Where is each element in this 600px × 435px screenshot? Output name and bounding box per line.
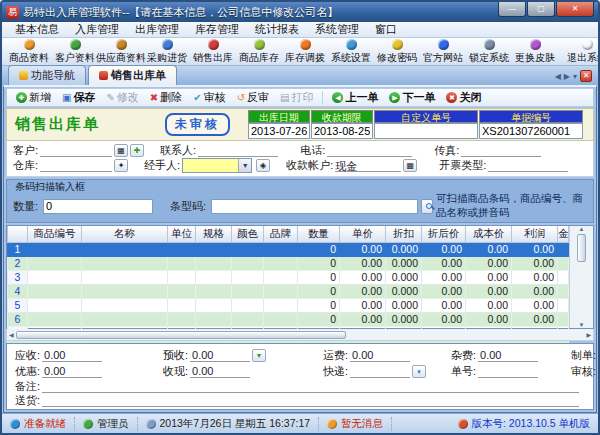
- outbound-date-input[interactable]: [248, 123, 310, 139]
- grid-cell[interactable]: [168, 242, 196, 256]
- menu-reports[interactable]: 统计报表: [248, 21, 306, 38]
- toolbar-supplier-data[interactable]: 供应商资料: [98, 38, 144, 65]
- row-number[interactable]: 2: [8, 256, 28, 270]
- toolbar-product-data[interactable]: 商品资料: [6, 38, 52, 65]
- quantity-input[interactable]: [43, 199, 153, 214]
- col-spec[interactable]: 规格: [196, 226, 232, 242]
- toolbar-system-settings[interactable]: 系统设置: [328, 38, 374, 65]
- grid-cell[interactable]: 0: [298, 270, 340, 284]
- tab-function-nav[interactable]: 功能导航: [8, 65, 86, 85]
- grid-cell[interactable]: 0.00: [512, 284, 558, 298]
- col-profit[interactable]: 利润: [512, 226, 558, 242]
- fax-input[interactable]: [461, 144, 541, 157]
- col-product-code[interactable]: 商品编号: [28, 226, 82, 242]
- handler-browse-icon[interactable]: ◈: [256, 159, 270, 172]
- scroll-right-icon[interactable]: ▶: [586, 331, 591, 338]
- grid-cell[interactable]: [558, 256, 569, 270]
- scroll-left-icon[interactable]: ◀: [9, 331, 14, 338]
- tracking-number-input[interactable]: [478, 365, 538, 378]
- next-order-button[interactable]: ▶下一单: [384, 89, 440, 106]
- toolbar-official-website[interactable]: 官方网站: [420, 38, 466, 65]
- grid-cell[interactable]: [82, 256, 168, 270]
- customer-input[interactable]: [40, 144, 112, 157]
- grid-cell[interactable]: 0.00: [422, 256, 466, 270]
- scroll-down-icon[interactable]: ▼: [579, 322, 585, 328]
- col-discount[interactable]: 折扣: [386, 226, 422, 242]
- status-message[interactable]: 暂无消息: [319, 417, 392, 431]
- phone-input[interactable]: [327, 144, 412, 157]
- col-name[interactable]: 名称: [82, 226, 168, 242]
- invoice-type-input[interactable]: [488, 159, 568, 172]
- express-dropdown-icon[interactable]: ▾: [412, 365, 426, 378]
- toolbar-product-stock[interactable]: 商品库存: [236, 38, 282, 65]
- menu-inbound[interactable]: 入库管理: [68, 21, 126, 38]
- grid-cell[interactable]: [558, 284, 569, 298]
- unapprove-button[interactable]: ↺反审: [232, 89, 274, 106]
- previous-order-button[interactable]: ◀上一单: [327, 89, 383, 106]
- grid-cell[interactable]: 0.00: [466, 256, 512, 270]
- grid-cell[interactable]: 0.00: [466, 298, 512, 312]
- close-order-button[interactable]: ✖关闭: [441, 89, 486, 106]
- grid-cell[interactable]: 0.00: [512, 270, 558, 284]
- grid-cell[interactable]: [558, 242, 569, 256]
- barcode-input[interactable]: [211, 199, 418, 214]
- col-unit[interactable]: 单位: [168, 226, 196, 242]
- toolbar-lock-system[interactable]: 锁定系统: [466, 38, 512, 65]
- grid-cell[interactable]: [264, 256, 298, 270]
- grid-cell[interactable]: [168, 298, 196, 312]
- grid-cell[interactable]: [168, 256, 196, 270]
- table-row[interactable]: 600.000.0000.000.000.00: [8, 312, 569, 326]
- vertical-scrollbar[interactable]: ▲ ▼: [569, 226, 593, 328]
- grid-cell[interactable]: 0.000: [386, 284, 422, 298]
- discount-input[interactable]: 0.00: [42, 365, 102, 378]
- grid-cell[interactable]: [28, 242, 82, 256]
- grid-cell[interactable]: 0.00: [422, 270, 466, 284]
- grid-cell[interactable]: [168, 270, 196, 284]
- grid-cell[interactable]: [232, 298, 264, 312]
- row-number[interactable]: 3: [8, 270, 28, 284]
- misc-fee-input[interactable]: 0.00: [478, 349, 538, 362]
- grid-cell[interactable]: [168, 312, 196, 326]
- grid-cell[interactable]: [28, 284, 82, 298]
- grid-cell[interactable]: 0.00: [422, 284, 466, 298]
- freight-input[interactable]: 0.00: [350, 349, 410, 362]
- grid-cell[interactable]: 0: [298, 256, 340, 270]
- grid-cell[interactable]: [28, 312, 82, 326]
- grid-cell[interactable]: 0.00: [466, 270, 512, 284]
- close-button[interactable]: ✕: [556, 2, 594, 17]
- grid-cell[interactable]: [264, 270, 298, 284]
- grid-cell[interactable]: [82, 284, 168, 298]
- tab-sales-outbound-order[interactable]: 销售出库单: [88, 65, 177, 85]
- customer-browse-icon[interactable]: ▦: [114, 144, 128, 157]
- table-row[interactable]: 500.000.0000.000.000.00: [8, 298, 569, 312]
- grid-cell[interactable]: 0.00: [340, 312, 386, 326]
- save-button[interactable]: ▣保存: [57, 89, 100, 106]
- prepaid-input[interactable]: 0.00: [190, 349, 250, 362]
- tab-list-icon[interactable]: ▾: [573, 72, 577, 81]
- row-number[interactable]: 6: [8, 312, 28, 326]
- grid-cell[interactable]: 0.00: [422, 242, 466, 256]
- grid-cell[interactable]: 0.00: [340, 242, 386, 256]
- minimize-button[interactable]: —: [498, 2, 526, 17]
- grid-cell[interactable]: [82, 270, 168, 284]
- grid-cell[interactable]: 0.00: [340, 298, 386, 312]
- vertical-scroll-thumb[interactable]: [577, 234, 586, 262]
- maximize-button[interactable]: ▢: [527, 2, 555, 17]
- account-input[interactable]: 现金: [335, 159, 401, 172]
- grid-cell[interactable]: 0.00: [466, 312, 512, 326]
- edit-button[interactable]: ✎修改: [101, 89, 143, 106]
- grid-cell[interactable]: [264, 312, 298, 326]
- grid-cell[interactable]: 0.00: [340, 270, 386, 284]
- col-brand[interactable]: 品牌: [264, 226, 298, 242]
- menu-outbound[interactable]: 出库管理: [128, 21, 186, 38]
- grid-cell[interactable]: 0.00: [340, 256, 386, 270]
- grid-cell[interactable]: 0.000: [386, 242, 422, 256]
- delivery-input[interactable]: [42, 394, 579, 407]
- toolbar-sales-outbound[interactable]: 销售出库: [190, 38, 236, 65]
- grid-cell[interactable]: 0.00: [422, 298, 466, 312]
- grid-cell[interactable]: [196, 242, 232, 256]
- menu-basic-info[interactable]: 基本信息: [8, 21, 66, 38]
- grid-cell[interactable]: [168, 284, 196, 298]
- grid-cell[interactable]: 0: [298, 242, 340, 256]
- grid-cell[interactable]: [558, 298, 569, 312]
